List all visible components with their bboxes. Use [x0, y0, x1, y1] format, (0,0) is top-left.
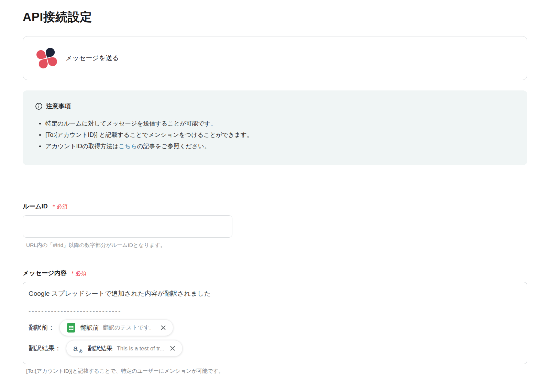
translation-result-label: 翻訳結果： — [29, 344, 61, 353]
message-field: メッセージ内容 ＊必須 Google スプレッドシートで追加された内容が翻訳され… — [23, 269, 527, 375]
message-required-badge: ＊必須 — [70, 270, 87, 277]
notice-box: 注意事項 特定のルームに対してメッセージを送信することが可能です。 [To:{ア… — [23, 90, 527, 165]
room-id-input[interactable] — [23, 215, 232, 238]
room-id-field: ルームID ＊必須 URL内の「#!rid」以降の数字部分がルームIDとなります… — [23, 202, 527, 249]
notice-item-3-post: の記事をご参照ください。 — [137, 143, 210, 150]
room-id-label: ルームID — [23, 202, 48, 210]
logo-petal-navy — [45, 47, 56, 58]
notice-item-1-text: 特定のルームに対してメッセージを送信することが可能です。 — [45, 120, 216, 127]
before-translation-label: 翻訳前： — [29, 323, 55, 332]
chip-before-value: 翻訳のテストです。 — [103, 324, 155, 331]
notice-item-3: アカウントIDの取得方法はこちらの記事をご参照ください。 — [38, 141, 515, 152]
app-card: メッセージを送る — [23, 36, 527, 80]
message-helper-text: [To:{アカウントID}]と記載することで、特定のユーザーにメンションが可能で… — [23, 368, 527, 375]
chip-before-close-icon[interactable] — [160, 324, 167, 331]
info-icon — [35, 102, 43, 110]
chip-result-value: This is a test of tr... — [117, 345, 164, 352]
notice-list: 特定のルームに対してメッセージを送信することが可能です。 [To:{アカウントI… — [38, 118, 515, 152]
page-title: API接続設定 — [23, 9, 527, 25]
message-content-editor[interactable]: Google スプレッドシートで追加された内容が翻訳されました --------… — [23, 282, 527, 364]
google-sheets-icon — [67, 323, 76, 333]
message-divider-line: ----------------------------- — [29, 307, 521, 316]
notice-article-link[interactable]: こちら — [119, 143, 137, 150]
notice-item-1: 特定のルームに対してメッセージを送信することが可能です。 — [38, 118, 515, 129]
translate-icon-hiragana: ぁ — [78, 348, 83, 352]
notice-header: 注意事項 — [35, 102, 515, 110]
room-id-label-row: ルームID ＊必須 — [23, 202, 527, 210]
app-action-name: メッセージを送る — [66, 54, 119, 63]
room-id-helper-text: URL内の「#!rid」以降の数字部分がルームIDとなります。 — [23, 242, 527, 249]
token-chip-before-translation[interactable]: 翻訳前 翻訳のテストです。 — [59, 319, 173, 336]
chip-result-name: 翻訳結果 — [88, 344, 113, 352]
logo-petal-red-2 — [47, 56, 58, 67]
room-id-required-badge: ＊必須 — [51, 203, 68, 210]
logo-petal-red-1 — [35, 49, 46, 60]
chip-before-name: 翻訳前 — [80, 324, 99, 332]
message-line-1: Google スプレッドシートで追加された内容が翻訳されました — [29, 288, 521, 299]
notice-title: 注意事項 — [46, 102, 71, 110]
chip-result-close-icon[interactable] — [169, 345, 176, 352]
page: API接続設定 メッセージを送る 注意事項 特定のルームに対してメッセージを送信 — [0, 0, 550, 375]
translate-icon: a ぁ — [73, 344, 83, 352]
message-row-before: 翻訳前： 翻訳前 翻訳のテストです。 — [29, 319, 521, 337]
notice-item-2: [To:{アカウントID}] と記載することでメンションをつけることができます。 — [38, 129, 515, 141]
app-logo-icon — [35, 46, 59, 70]
logo-petal-red-3 — [38, 58, 49, 69]
token-chip-translation-result[interactable]: a ぁ 翻訳結果 This is a test of tr... — [66, 340, 183, 357]
message-label-row: メッセージ内容 ＊必須 — [23, 269, 527, 277]
message-row-result: 翻訳結果： a ぁ 翻訳結果 This is a test of tr... — [29, 339, 521, 357]
notice-item-3-pre: アカウントIDの取得方法は — [45, 143, 119, 150]
notice-item-2-text: [To:{アカウントID}] と記載することでメンションをつけることができます。 — [45, 131, 253, 138]
translate-icon-latin: a — [73, 344, 78, 352]
message-label: メッセージ内容 — [23, 269, 67, 277]
